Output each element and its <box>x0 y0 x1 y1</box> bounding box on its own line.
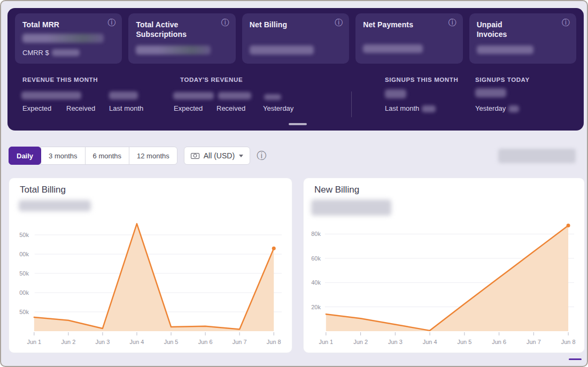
svg-text:Jun 5: Jun 5 <box>164 339 179 345</box>
range-button-group: Daily 3 months 6 months 12 months <box>9 147 177 165</box>
metrics-panel: Total MRR ⓘ CMRR $ Total Active Subscrip… <box>7 8 584 131</box>
info-icon[interactable]: ⓘ <box>107 18 115 26</box>
svg-text:60k: 60k <box>311 255 321 262</box>
redacted-value <box>250 45 314 55</box>
svg-text:50k: 50k <box>19 309 29 315</box>
dashboard-window: Total MRR ⓘ CMRR $ Total Active Subscrip… <box>0 0 588 367</box>
redacted-value <box>22 34 104 43</box>
svg-text:50k: 50k <box>19 232 29 238</box>
svg-text:Jun 5: Jun 5 <box>457 339 471 345</box>
currency-dropdown-label: All (USD) <box>204 151 235 160</box>
chart-title: Total Billing <box>20 185 66 195</box>
currency-dropdown[interactable]: All (USD) <box>184 147 250 165</box>
metric-card-unpaid-invoices: Unpaid Invoices ⓘ <box>469 13 576 64</box>
metric-title: Unpaid Invoices <box>477 20 514 39</box>
redacted-value <box>52 49 80 56</box>
svg-text:Jun 2: Jun 2 <box>353 339 368 345</box>
chart-title: New Billing <box>314 185 359 195</box>
svg-text:Jun 6: Jun 6 <box>198 339 213 345</box>
range-button-3-months[interactable]: 3 months <box>41 147 85 165</box>
svg-text:40k: 40k <box>311 279 321 286</box>
info-icon[interactable]: ⓘ <box>448 18 457 26</box>
yesterday-label: Yesterday <box>475 104 506 112</box>
info-icon[interactable]: ⓘ <box>335 18 343 26</box>
range-button-12-months[interactable]: 12 months <box>129 147 177 165</box>
received-label: Received <box>66 104 95 112</box>
last-month-label: Last month <box>109 104 143 112</box>
metric-card-net-billing: Net Billing ⓘ <box>242 13 349 64</box>
info-icon[interactable]: ⓘ <box>221 18 229 26</box>
svg-text:Jun 7: Jun 7 <box>233 339 247 345</box>
redacted-value <box>19 200 91 211</box>
svg-text:Jun 2: Jun 2 <box>61 339 75 345</box>
signups-this-month-label: SIGNUPS THIS MONTH <box>385 77 458 83</box>
todays-revenue-label: TODAY'S REVENUE <box>180 77 243 83</box>
yesterday-label: Yesterday <box>263 104 293 112</box>
range-button-daily[interactable]: Daily <box>9 147 41 165</box>
revenue-this-month-label: REVENUE THIS MONTH <box>22 77 98 83</box>
expected-label: Expected <box>22 104 51 112</box>
metric-card-total-mrr: Total MRR ⓘ CMRR $ <box>15 13 122 64</box>
redacted-value <box>311 200 391 216</box>
svg-text:Jun 8: Jun 8 <box>267 339 281 345</box>
cmrr-row: CMRR $ <box>22 49 80 57</box>
redacted-value <box>173 92 214 100</box>
signups-today-label: SIGNUPS TODAY <box>475 77 530 83</box>
redacted-value <box>385 89 406 98</box>
svg-text:00k: 00k <box>19 251 29 257</box>
metric-card-row: Total MRR ⓘ CMRR $ Total Active Subscrip… <box>15 13 576 64</box>
svg-text:Jun 7: Jun 7 <box>527 339 541 345</box>
last-month-label: Last month <box>385 104 419 112</box>
chevron-down-icon <box>239 155 243 157</box>
redacted-date-range <box>498 149 576 163</box>
cmrr-label: CMRR $ <box>22 49 49 57</box>
toolbar: Daily 3 months 6 months 12 months All (U… <box>9 147 266 165</box>
svg-text:00k: 00k <box>19 289 29 296</box>
total-billing-card: Total Billing 50k00k50k00k50kJun 1Jun 2J… <box>9 178 292 353</box>
total-billing-chart[interactable]: 50k00k50k00k50kJun 1Jun 2Jun 3Jun 4Jun 5… <box>9 220 292 348</box>
new-billing-card: New Billing 20k40k60k80kJun 1Jun 2Jun 3J… <box>303 178 585 353</box>
redacted-value <box>477 45 533 54</box>
svg-text:Jun 1: Jun 1 <box>27 339 41 345</box>
bottom-right-accent <box>569 358 582 360</box>
redacted-value <box>218 92 251 100</box>
received-label: Received <box>216 104 245 112</box>
redacted-value <box>21 91 81 100</box>
signups-yesterday: Yesterday <box>475 104 519 112</box>
panel-scroll-indicator[interactable] <box>289 123 307 125</box>
range-button-6-months[interactable]: 6 months <box>85 147 129 165</box>
redacted-value <box>109 91 138 100</box>
svg-text:Jun 3: Jun 3 <box>96 339 110 345</box>
metric-title: Net Payments <box>363 20 432 29</box>
info-icon[interactable]: ⓘ <box>257 147 266 165</box>
stats-divider <box>351 91 352 117</box>
svg-text:Jun 4: Jun 4 <box>130 339 144 345</box>
redacted-value <box>475 88 506 97</box>
metric-card-net-payments: Net Payments ⓘ <box>355 13 462 64</box>
redacted-value <box>363 44 423 53</box>
svg-text:20k: 20k <box>311 304 321 310</box>
svg-text:Jun 3: Jun 3 <box>388 339 403 345</box>
svg-text:Jun 6: Jun 6 <box>492 339 506 345</box>
svg-text:50k: 50k <box>19 270 29 277</box>
signups-last-month: Last month <box>385 104 436 112</box>
svg-text:Jun 1: Jun 1 <box>319 339 333 345</box>
redacted-value <box>264 94 281 100</box>
metric-title: Total Active Subscriptions <box>136 20 205 39</box>
metric-title: Net Billing <box>250 20 319 29</box>
expected-label: Expected <box>174 104 203 112</box>
banknote-icon <box>191 153 199 159</box>
redacted-value <box>422 105 436 112</box>
svg-text:Jun 4: Jun 4 <box>423 339 437 345</box>
redacted-value <box>136 45 211 55</box>
svg-text:80k: 80k <box>311 231 321 237</box>
redacted-value <box>508 105 519 112</box>
svg-text:Jun 8: Jun 8 <box>561 339 576 345</box>
metric-title: Total MRR <box>22 20 92 29</box>
metric-card-active-subscriptions: Total Active Subscriptions ⓘ <box>128 13 235 64</box>
info-icon[interactable]: ⓘ <box>562 18 570 26</box>
new-billing-chart[interactable]: 20k40k60k80kJun 1Jun 2Jun 3Jun 4Jun 5Jun… <box>304 220 584 348</box>
